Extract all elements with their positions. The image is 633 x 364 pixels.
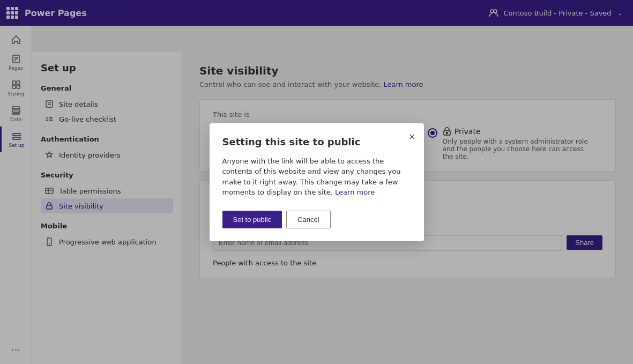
dialog-body: Anyone with the link will be able to acc… — [222, 156, 411, 198]
dialog-title: Setting this site to public — [222, 136, 411, 147]
dialog-buttons: Set to public Cancel — [222, 211, 411, 228]
dialog-learn-more[interactable]: Learn more — [335, 188, 375, 196]
cancel-button[interactable]: Cancel — [286, 211, 330, 228]
dialog: Setting this site to public ✕ Anyone wit… — [210, 123, 424, 241]
dialog-overlay: Setting this site to public ✕ Anyone wit… — [0, 0, 633, 364]
set-to-public-button[interactable]: Set to public — [222, 211, 282, 228]
dialog-close-button[interactable]: ✕ — [408, 132, 415, 142]
